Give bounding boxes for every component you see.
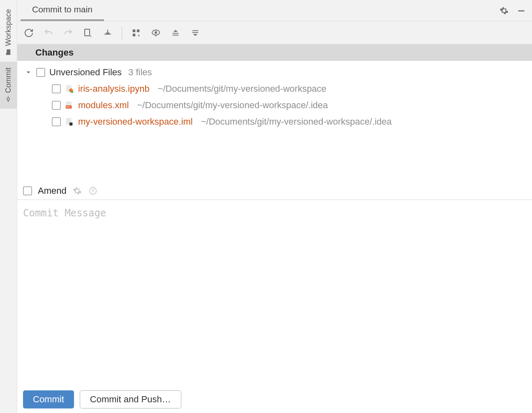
expand-all-icon[interactable] <box>170 27 181 39</box>
jupyter-file-icon <box>65 84 74 93</box>
commit-toolbar <box>17 21 532 44</box>
file-name: my-versioned-workspace.iml <box>78 116 193 127</box>
file-checkbox[interactable] <box>52 117 61 126</box>
diff-icon[interactable] <box>82 27 94 39</box>
changes-section-header: Changes <box>17 44 532 61</box>
file-path: ~/Documents/git/my-versioned-workspace/.… <box>137 100 328 111</box>
file-row[interactable]: my-versioned-workspace.iml ~/Documents/g… <box>17 114 532 130</box>
folder-icon <box>5 49 12 56</box>
changes-tree: Unversioned Files 3 files iris-analysis.… <box>17 61 532 182</box>
changes-title: Changes <box>35 47 74 58</box>
svg-rect-3 <box>518 10 525 12</box>
svg-rect-21 <box>69 123 72 125</box>
svg-rect-5 <box>133 29 135 32</box>
file-path: ~/Documents/git/my-versioned-workspace <box>158 84 326 94</box>
toolbar-separator <box>122 27 122 39</box>
file-checkbox[interactable] <box>52 84 61 93</box>
file-row[interactable]: iris-analysis.ipynb ~/Documents/git/my-v… <box>17 81 532 97</box>
panel-header: Commit to main <box>17 0 532 21</box>
gear-icon[interactable] <box>72 186 82 196</box>
amend-label: Amend <box>38 186 67 196</box>
sidebar-tab-label: Workspace <box>4 9 13 46</box>
svg-text:<>: <> <box>67 105 70 108</box>
view-options-icon[interactable] <box>150 27 162 39</box>
file-name: modules.xml <box>78 100 129 111</box>
collapse-all-icon[interactable] <box>190 27 201 39</box>
commit-icon <box>5 95 12 103</box>
group-count: 3 files <box>128 67 152 78</box>
file-row[interactable]: <> modules.xml ~/Documents/git/my-versio… <box>17 97 532 114</box>
svg-rect-4 <box>85 29 90 36</box>
amend-checkbox[interactable] <box>23 186 32 195</box>
group-icon[interactable] <box>130 27 142 39</box>
file-checkbox[interactable] <box>52 101 61 110</box>
svg-rect-13 <box>192 32 199 33</box>
refresh-icon[interactable] <box>23 27 35 39</box>
commit-message-area <box>17 200 532 386</box>
minimize-button[interactable] <box>516 6 526 16</box>
left-sidebar: Workspace Commit <box>0 0 17 413</box>
file-name: iris-analysis.ipynb <box>78 84 150 94</box>
svg-rect-6 <box>137 29 139 32</box>
svg-point-9 <box>155 32 157 33</box>
group-label: Unversioned Files <box>49 67 122 78</box>
svg-rect-12 <box>192 30 199 31</box>
commit-button-row: Commit Commit and Push… <box>17 386 532 413</box>
svg-point-16 <box>71 91 74 93</box>
sidebar-tab-commit[interactable]: Commit <box>0 62 17 109</box>
svg-rect-11 <box>173 35 179 35</box>
tab-commit-to-main[interactable]: Commit to main <box>21 0 104 21</box>
sidebar-tab-label: Commit <box>4 67 13 93</box>
svg-point-0 <box>7 98 10 100</box>
shelve-icon[interactable] <box>102 27 113 39</box>
main-panel: Commit to main <box>17 0 532 413</box>
history-icon[interactable] <box>88 186 98 196</box>
svg-rect-10 <box>173 33 179 34</box>
iml-file-icon <box>65 117 74 126</box>
revert-icon[interactable] <box>62 27 74 39</box>
commit-message-input[interactable] <box>23 207 526 378</box>
tab-label: Commit to main <box>32 5 93 14</box>
svg-rect-7 <box>133 33 135 36</box>
unversioned-files-group[interactable]: Unversioned Files 3 files <box>17 64 532 81</box>
group-checkbox[interactable] <box>36 68 45 77</box>
settings-button[interactable] <box>499 6 509 16</box>
commit-button[interactable]: Commit <box>23 390 74 408</box>
file-path: ~/Documents/git/my-versioned-workspace/.… <box>201 116 392 127</box>
rollback-icon[interactable] <box>43 27 54 39</box>
commit-and-push-button[interactable]: Commit and Push… <box>80 390 181 408</box>
xml-file-icon: <> <box>65 101 74 110</box>
amend-row: Amend <box>17 182 532 200</box>
chevron-down-icon[interactable] <box>25 69 32 76</box>
sidebar-tab-workspace[interactable]: Workspace <box>0 3 17 62</box>
